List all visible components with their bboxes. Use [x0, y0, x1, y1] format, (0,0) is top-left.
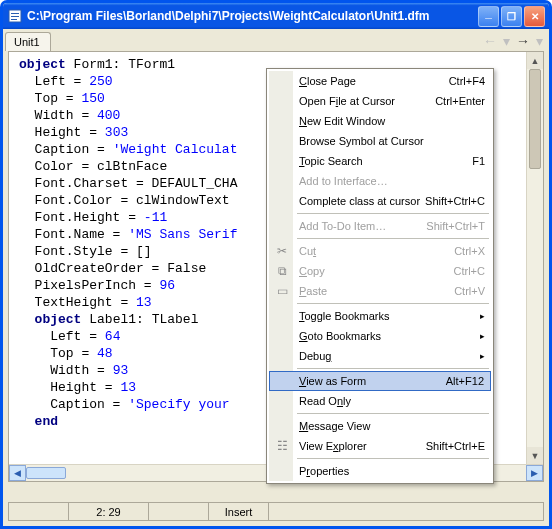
menu-add-to-interface: Add to Interface… — [269, 171, 491, 191]
nav-arrows: ← ▾ → ▾ — [483, 33, 543, 49]
menu-separator — [297, 458, 489, 459]
cut-icon: ✂ — [274, 243, 290, 259]
status-cursor-pos: 2: 29 — [69, 503, 149, 520]
status-insert-mode: Insert — [209, 503, 269, 520]
menu-separator — [297, 238, 489, 239]
menu-close-page[interactable]: Close PageCtrl+F4 — [269, 71, 491, 91]
chevron-down-icon[interactable]: ▾ — [503, 33, 510, 49]
menu-browse-symbol[interactable]: Browse Symbol at Cursor — [269, 131, 491, 151]
menu-properties[interactable]: Properties — [269, 461, 491, 481]
status-rest — [269, 503, 543, 520]
menu-add-todo: Add To-Do Item…Shift+Ctrl+T — [269, 216, 491, 236]
scroll-left-icon[interactable]: ◀ — [9, 465, 26, 481]
menu-debug[interactable]: Debug▸ — [269, 346, 491, 366]
menu-complete-class[interactable]: Complete class at cursorShift+Ctrl+C — [269, 191, 491, 211]
menu-view-explorer[interactable]: ☷View ExplorerShift+Ctrl+E — [269, 436, 491, 456]
svg-rect-1 — [11, 13, 19, 14]
tab-unit1[interactable]: Unit1 — [5, 32, 51, 51]
menu-open-file-at-cursor[interactable]: Open File at CursorCtrl+Enter — [269, 91, 491, 111]
menu-cut: ✂CutCtrl+X — [269, 241, 491, 261]
menu-toggle-bookmarks[interactable]: Toggle Bookmarks▸ — [269, 306, 491, 326]
menu-separator — [297, 413, 489, 414]
menu-separator — [297, 213, 489, 214]
menu-topic-search[interactable]: Topic SearchF1 — [269, 151, 491, 171]
close-button[interactable] — [524, 6, 545, 27]
menu-message-view[interactable]: Message View — [269, 416, 491, 436]
minimize-button[interactable] — [478, 6, 499, 27]
submenu-arrow-icon: ▸ — [480, 351, 485, 361]
maximize-button[interactable] — [501, 6, 522, 27]
nav-back-icon[interactable]: ← — [483, 33, 497, 49]
scroll-thumb[interactable] — [529, 69, 541, 169]
status-empty — [9, 503, 69, 520]
menu-paste: ▭PasteCtrl+V — [269, 281, 491, 301]
scroll-up-icon[interactable]: ▲ — [527, 52, 543, 69]
menu-goto-bookmarks[interactable]: Goto Bookmarks▸ — [269, 326, 491, 346]
app-window: C:\Program Files\Borland\Delphi7\Project… — [0, 0, 552, 529]
copy-icon: ⧉ — [274, 263, 290, 279]
explorer-icon: ☷ — [274, 438, 290, 454]
titlebar[interactable]: C:\Program Files\Borland\Delphi7\Project… — [3, 3, 549, 29]
editor-tabstrip: Unit1 ← ▾ → ▾ — [3, 29, 549, 51]
statusbar: 2: 29 Insert — [8, 502, 544, 521]
menu-separator — [297, 368, 489, 369]
svg-rect-3 — [11, 19, 17, 20]
submenu-arrow-icon: ▸ — [480, 311, 485, 321]
menu-new-edit-window[interactable]: New Edit Window — [269, 111, 491, 131]
menu-read-only[interactable]: Read Only — [269, 391, 491, 411]
vertical-scrollbar[interactable]: ▲ ▼ — [526, 52, 543, 464]
menu-separator — [297, 303, 489, 304]
app-icon — [7, 8, 23, 24]
submenu-arrow-icon: ▸ — [480, 331, 485, 341]
chevron-down-icon[interactable]: ▾ — [536, 33, 543, 49]
nav-forward-icon[interactable]: → — [516, 33, 530, 49]
scroll-thumb[interactable] — [26, 467, 66, 479]
window-controls — [478, 6, 545, 27]
svg-rect-2 — [11, 16, 19, 17]
window-title: C:\Program Files\Borland\Delphi7\Project… — [27, 9, 478, 23]
menu-copy: ⧉CopyCtrl+C — [269, 261, 491, 281]
scroll-right-icon[interactable]: ▶ — [526, 465, 543, 481]
paste-icon: ▭ — [274, 283, 290, 299]
menu-view-as-form[interactable]: View as FormAlt+F12 — [269, 371, 491, 391]
context-menu: Close PageCtrl+F4 Open File at CursorCtr… — [266, 68, 494, 484]
scroll-down-icon[interactable]: ▼ — [527, 447, 543, 464]
status-modified — [149, 503, 209, 520]
